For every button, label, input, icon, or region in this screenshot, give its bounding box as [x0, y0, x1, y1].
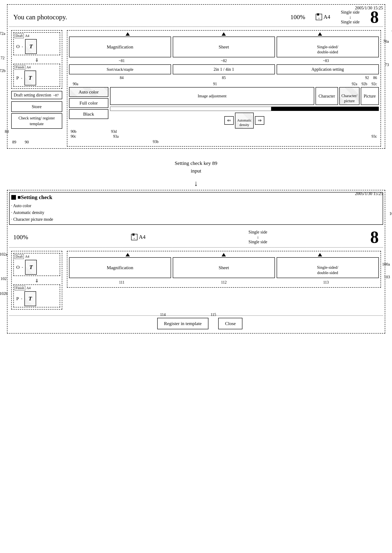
- bottom-magnification: 100%: [13, 233, 28, 241]
- middle-note: Setting check key 89 input: [7, 159, 385, 175]
- bottom-paper-size: A4: [139, 234, 146, 240]
- finish-paper-top: A4: [27, 65, 31, 69]
- density-right-button[interactable]: ⇒: [255, 116, 264, 125]
- auto-color-button[interactable]: Auto color: [69, 87, 108, 97]
- magnification-value: 100%: [290, 13, 305, 21]
- draft-doc-icon-top: T: [25, 39, 37, 54]
- bottom-sheet-button[interactable]: Sheet: [173, 257, 275, 278]
- setting-check-panel: ■Setting check · Auto color · Automatic …: [9, 192, 383, 225]
- bottom-draft-doc-icon: T: [25, 260, 37, 275]
- bottom-copy-count: 8: [370, 229, 379, 245]
- control-frame: Magnification Sheet Single-sided/ double…: [67, 30, 381, 147]
- character-button[interactable]: Character: [315, 87, 338, 105]
- ref-88: 88: [5, 129, 9, 134]
- status-text: You can photocopy.: [13, 13, 67, 21]
- store-button[interactable]: Store: [11, 101, 62, 112]
- close-button[interactable]: Close: [218, 318, 242, 329]
- bottom-finish-paper: A4: [27, 286, 31, 290]
- check-setting-button[interactable]: Check setting/ register template: [11, 113, 62, 129]
- ref-83: 83: [325, 59, 329, 63]
- status-bar: You can photocopy. 100% ≡ A4 Single side…: [9, 6, 383, 27]
- bottom-status-bar: 100% ≡ A4 Single side ↓ Single side 8: [9, 227, 383, 247]
- preview-arrow: ⇓: [13, 57, 60, 63]
- draft-label-top: Draft: [15, 34, 24, 38]
- bottom-finish-doc-icon: T: [24, 291, 36, 306]
- bottom-draft-preview: Draft A4 O - T: [13, 253, 60, 276]
- bottom-side-bottom: Single side: [249, 239, 267, 244]
- draft-paper-top: A4: [25, 34, 29, 38]
- ref-113: 113: [323, 280, 329, 285]
- finish-preview: Finish A4 P - T: [13, 64, 60, 87]
- bottom-preview-panel: Draft A4 O - T ⇓: [11, 251, 62, 309]
- top-diagram-section: 2005/1/30 15:25 You can photocopy. 100% …: [7, 4, 385, 149]
- ref-84: 84: [120, 76, 124, 80]
- mid-note-line2: input: [7, 167, 385, 175]
- bottom-main-controls: Magnification Sheet Single-sided/ double…: [67, 251, 381, 309]
- ref-102: 102: [1, 276, 7, 281]
- finish-doc-icon-top: T: [24, 70, 36, 85]
- bottom-draft-letter: O: [16, 265, 20, 270]
- draft-setting-direction: Draft setting direction ~87: [11, 91, 62, 99]
- bottom-diagram: 2005/1/30 15:25 ■Setting check · Auto co…: [7, 190, 385, 334]
- ref-111: 111: [119, 280, 125, 285]
- bottom-finish-label: Finish: [15, 286, 25, 290]
- ref-86: 86: [373, 76, 377, 80]
- ref-72a: 72a: [0, 31, 5, 36]
- bottom-side-top: Single side: [249, 230, 267, 235]
- bottom-draft-label: Draft: [15, 254, 24, 259]
- app-setting-button[interactable]: Application setting: [277, 64, 379, 74]
- picture-button[interactable]: Picture: [361, 87, 379, 105]
- auto-density-button[interactable]: Automatic density: [235, 112, 254, 128]
- image-adjustment-button[interactable]: Image adjustment: [110, 87, 315, 105]
- ref-92a-top: 92a: [352, 82, 357, 86]
- top-diagram: 2005/1/30 15:25 You can photocopy. 100% …: [7, 4, 385, 149]
- bottom-finish-preview: Finish A4 P - T: [13, 285, 60, 308]
- full-color-button[interactable]: Full color: [69, 98, 108, 108]
- copy-count-top: 8: [370, 8, 379, 26]
- ref-93b: 93b: [153, 140, 159, 144]
- ref-102b: 102b: [0, 291, 8, 296]
- ref-100a: 100a: [382, 262, 390, 267]
- mid-arrow: ↓: [7, 179, 385, 188]
- ref-102a: 102a: [0, 252, 7, 257]
- ref-72: 72: [1, 56, 5, 60]
- bottom-magnification-button[interactable]: Magnification: [69, 257, 171, 278]
- setting-check-title: ■Setting check: [11, 194, 381, 201]
- color-image-row: Auto color Full color Black Image adjust…: [69, 87, 379, 128]
- bottom-paper-icon: ≡: [131, 234, 138, 240]
- black-button[interactable]: Black: [69, 109, 108, 119]
- btn-row-1: Magnification Sheet Single-sided/ double…: [69, 36, 379, 57]
- paper-icon: ≡: [316, 14, 322, 20]
- ref-114: 114: [160, 313, 166, 324]
- magnification-button[interactable]: Magnification: [69, 36, 171, 57]
- footer-buttons: 114 Register in template 115 Close: [9, 315, 383, 331]
- minus-sign2: -: [21, 76, 22, 80]
- btn-row-2: Sort/stack/staple 2in 1 / 4in 1 Applicat…: [69, 64, 379, 74]
- ref-103: 103: [384, 275, 390, 279]
- bottom-tri-sheet: [222, 253, 226, 256]
- 2in1-4in1-button[interactable]: 2in 1 / 4in 1: [173, 64, 275, 74]
- ref-115: 115: [210, 313, 216, 324]
- bottom-preview-controls: Draft A4 O - T ⇓: [9, 249, 383, 311]
- setting-item-1: · Auto color: [11, 202, 381, 209]
- density-fill: [271, 107, 378, 111]
- setting-item-3: · Character picture mode: [11, 216, 381, 223]
- ref-73: 73: [385, 63, 389, 67]
- ref-82: 82: [223, 59, 227, 63]
- mid-note-line1: Setting check key 89: [7, 159, 385, 167]
- draft-letter-top: O: [16, 44, 20, 49]
- sheet-button[interactable]: Sheet: [173, 36, 275, 57]
- bottom-btn-row: Magnification Sheet Single-sided/ double…: [69, 257, 379, 278]
- side-arrow: ↓: [341, 15, 359, 20]
- single-side-bottom: Single side: [341, 20, 359, 24]
- density-bar-container: [110, 106, 379, 111]
- tri-sheet: [222, 32, 226, 36]
- bottom-single-double-button[interactable]: Single-sided/ double-sided: [277, 257, 379, 278]
- density-left-button[interactable]: ⇐: [224, 116, 234, 125]
- sort-stack-staple-button[interactable]: Sort/stack/staple: [69, 64, 171, 74]
- char-picture-button[interactable]: Character/ picture: [339, 87, 359, 105]
- ref-85: 85: [222, 76, 226, 80]
- bottom-control-frame: Magnification Sheet Single-sided/ double…: [67, 251, 381, 288]
- minus-sign-b: -: [22, 265, 23, 269]
- single-double-button[interactable]: Single-sided/ double-sided: [277, 36, 379, 57]
